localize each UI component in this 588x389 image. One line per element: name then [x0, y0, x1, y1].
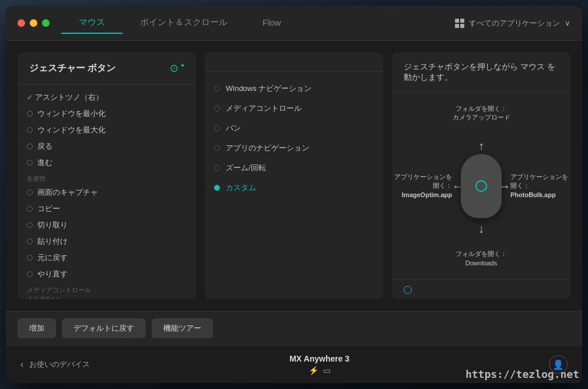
list-item[interactable]: 切り取り [18, 217, 196, 233]
option-item[interactable]: パン [205, 118, 383, 138]
mouse-body [461, 154, 502, 218]
panel-header: ジェスチャー ボタン ⊙ ● [18, 52, 196, 85]
list-item[interactable]: 進む [18, 155, 196, 171]
list-item[interactable]: 画面のキャプチャ [18, 184, 196, 201]
battery-icon: ▭ [323, 366, 331, 375]
tab-point-scroll[interactable]: ポイント＆スクロール [123, 12, 245, 34]
title-bar: マウス ポイント＆スクロール Flow すべてのアプリケーション ∨ [6, 6, 582, 41]
section-label: 生産性 [18, 171, 196, 184]
diagram-header: ジェスチャボタンを押しながら マウス を動かします。 [392, 52, 570, 93]
list-item[interactable]: 貼り付け [18, 233, 196, 250]
list-item[interactable]: 元に戻す [18, 250, 196, 266]
option-item-custom[interactable]: カスタム [205, 178, 383, 198]
mouse-scroll-ring [475, 180, 487, 192]
options-panel: Windows ナビゲーション メディアコントロール パン アプリのナビゲーショ… [205, 52, 383, 299]
list-item[interactable]: ✓ アスシトツノ（右） [18, 89, 196, 106]
close-button[interactable] [18, 19, 25, 27]
gesture-list[interactable]: ✓ アスシトツノ（右） ウィンドウを最小化 ウィンドウを最大化 戻る [18, 85, 196, 299]
gesture-panel: ジェスチャー ボタン ⊙ ● ✓ アスシトツノ（右） ウィンドウを最小化 [18, 52, 196, 299]
option-item[interactable]: ズーム/回転 [205, 158, 383, 178]
action-buttons: 増加 デフォルトに戻す 機能ツアー [18, 318, 213, 338]
left-label: アプリケーションを 開く： ImageOptim.app [392, 173, 452, 199]
device-status-icons: ⚡ ▭ [289, 366, 349, 375]
device-nav[interactable]: ‹ お使いのデバイス [20, 359, 90, 370]
list-item[interactable]: やり直す [18, 266, 196, 282]
options-header [205, 52, 383, 72]
arrow-right-icon: → [499, 180, 510, 193]
arrow-up-icon: ↑ [478, 139, 484, 153]
device-info: MX Anywhere 3 ⚡ ▭ [289, 354, 349, 375]
option-list[interactable]: Windows ナビゲーション メディアコントロール パン アプリのナビゲーショ… [205, 72, 383, 299]
app-selector[interactable]: すべてのアプリケーション ∨ [455, 18, 570, 29]
option-item[interactable]: アプリのナビゲーション [205, 138, 383, 158]
bottom-bar: 増加 デフォルトに戻す 機能ツアー [6, 311, 582, 345]
panel-title: ジェスチャー ボタン [29, 62, 116, 75]
reset-button[interactable]: デフォルトに戻す [62, 318, 146, 338]
tour-button[interactable]: 機能ツアー [152, 318, 213, 338]
list-item[interactable]: コピー [18, 201, 196, 217]
option-item[interactable]: Windows ナビゲーション [205, 79, 383, 99]
circle-indicator [404, 286, 412, 294]
diagram-footer: フォルダを開く：Dropbox ジェスチャーボタンをクリックします。 詳細はこち… [392, 279, 570, 299]
grid-icon [455, 19, 464, 28]
chevron-left-icon: ‹ [20, 359, 23, 370]
main-content: ジェスチャー ボタン ⊙ ● ✓ アスシトツノ（右） ウィンドウを最小化 [6, 41, 582, 383]
top-label: フォルダを開く： カメラアップロード [446, 104, 516, 122]
diagram-body: フォルダを開く： カメラアップロード ↑ アプリケーションを 開く： Image… [392, 93, 570, 279]
right-label: アプリケーションを 開く： PhotoBulk.app [510, 173, 570, 199]
tab-mouse[interactable]: マウス [61, 12, 123, 34]
panel-icon: ⊙ ● [170, 62, 184, 75]
tab-flow[interactable]: Flow [245, 13, 299, 33]
nav-tabs: マウス ポイント＆スクロール Flow [61, 12, 455, 34]
window-controls [18, 19, 50, 27]
watermark: https://tezlog.net [466, 368, 579, 380]
list-item[interactable]: ウィンドウを最小化 [18, 106, 196, 122]
device-name: MX Anywhere 3 [289, 354, 349, 363]
bluetooth-icon: ⚡ [309, 366, 318, 375]
bottom-label: フォルダを開く： Downloads [446, 250, 516, 268]
arrow-down-icon: ↓ [478, 222, 484, 236]
list-item[interactable]: 戻る [18, 138, 196, 155]
section-label: メディアコントロールより少ない [18, 282, 196, 299]
list-item[interactable]: ウィンドウを最大化 [18, 122, 196, 138]
option-item[interactable]: メディアコントロール [205, 99, 383, 118]
mouse-diagram: フォルダを開く： カメラアップロード ↑ アプリケーションを 開く： Image… [392, 104, 570, 268]
content-area: ジェスチャー ボタン ⊙ ● ✓ アスシトツノ（右） ウィンドウを最小化 [6, 41, 582, 311]
add-button[interactable]: 増加 [18, 318, 56, 338]
minimize-button[interactable] [30, 19, 37, 27]
mouse-diagram-panel: ジェスチャボタンを押しながら マウス を動かします。 フォルダを開く： カメラア… [392, 52, 570, 299]
maximize-button[interactable] [42, 19, 50, 27]
